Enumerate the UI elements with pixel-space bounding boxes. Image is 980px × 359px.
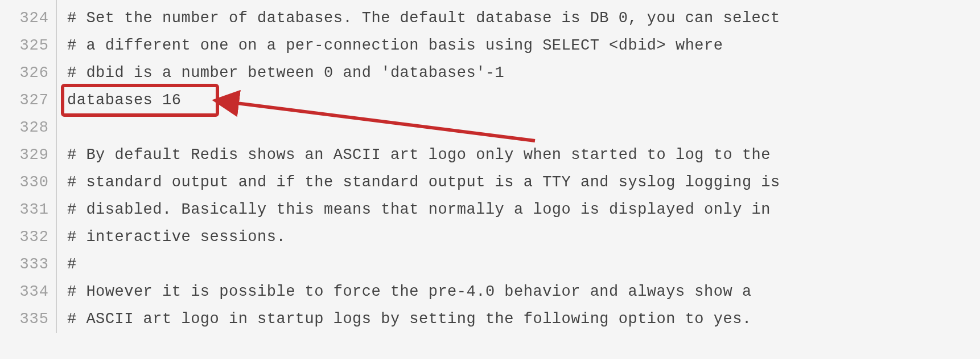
line-content: # standard output and if the standard ou… bbox=[57, 169, 780, 196]
code-editor: 324 # Set the number of databases. The d… bbox=[0, 0, 980, 333]
line-number: 334 bbox=[0, 278, 57, 305]
line-content: databases 16 bbox=[57, 87, 181, 114]
code-line: 330 # standard output and if the standar… bbox=[0, 169, 980, 196]
line-content: # dbid is a number between 0 and 'databa… bbox=[57, 59, 504, 87]
line-number: 329 bbox=[0, 141, 57, 169]
code-line: 335 # ASCII art logo in startup logs by … bbox=[0, 305, 980, 333]
line-number: 333 bbox=[0, 251, 57, 278]
code-line: 332 # interactive sessions. bbox=[0, 223, 980, 251]
line-number: 330 bbox=[0, 169, 57, 196]
line-content: # disabled. Basically this means that no… bbox=[57, 196, 771, 223]
line-number bbox=[0, 0, 57, 5]
line-content: # Set the number of databases. The defau… bbox=[57, 5, 780, 32]
line-number: 331 bbox=[0, 196, 57, 223]
code-line: 331 # disabled. Basically this means tha… bbox=[0, 196, 980, 223]
code-line: 324 # Set the number of databases. The d… bbox=[0, 5, 980, 32]
code-line: 328 bbox=[0, 114, 980, 141]
line-number: 335 bbox=[0, 305, 57, 333]
line-content: # bbox=[57, 251, 77, 278]
line-number: 326 bbox=[0, 59, 57, 87]
line-number: 324 bbox=[0, 5, 57, 32]
line-number: 328 bbox=[0, 114, 57, 141]
code-line: 334 # However it is possible to force th… bbox=[0, 278, 980, 305]
line-content bbox=[57, 0, 67, 5]
line-content: # ASCII art logo in startup logs by sett… bbox=[57, 305, 752, 333]
line-number: 327 bbox=[0, 87, 57, 114]
line-content: # However it is possible to force the pr… bbox=[57, 278, 752, 305]
line-content: # interactive sessions. bbox=[57, 223, 286, 251]
code-line: 333 # bbox=[0, 251, 980, 278]
line-number: 325 bbox=[0, 32, 57, 59]
line-content: # By default Redis shows an ASCII art lo… bbox=[57, 141, 771, 169]
code-line-partial bbox=[0, 0, 980, 5]
code-line: 326 # dbid is a number between 0 and 'da… bbox=[0, 59, 980, 87]
code-line: 327 databases 16 bbox=[0, 87, 980, 114]
line-number: 332 bbox=[0, 223, 57, 251]
line-content: # a different one on a per-connection ba… bbox=[57, 32, 723, 59]
code-line: 325 # a different one on a per-connectio… bbox=[0, 32, 980, 59]
code-line: 329 # By default Redis shows an ASCII ar… bbox=[0, 141, 980, 169]
line-content bbox=[57, 114, 67, 141]
